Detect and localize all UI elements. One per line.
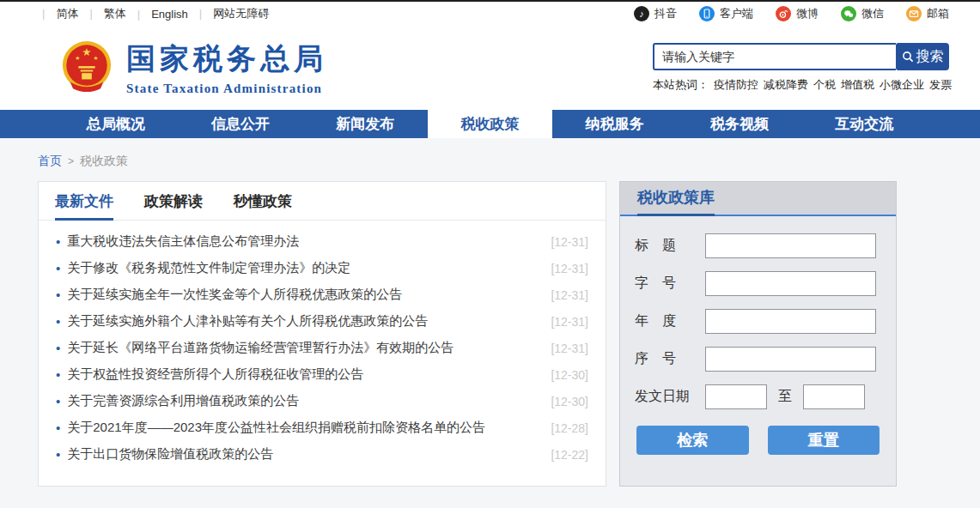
- form-row: 年 度: [635, 309, 881, 334]
- nav-item[interactable]: 纳税服务: [552, 110, 677, 138]
- search-input[interactable]: [653, 43, 896, 70]
- social-links: ♪ 抖音 客户端 微博 微信 邮箱: [634, 6, 949, 21]
- breadcrumb-separator: >: [68, 155, 74, 167]
- article-title-link[interactable]: 关于出口货物保险增值税政策的公告: [67, 446, 540, 463]
- form-field-input[interactable]: [705, 233, 876, 258]
- site-header: ★ ★ ★ 国家税务总局 State Taxation Administrati…: [0, 26, 980, 110]
- language-link[interactable]: 繁体: [78, 6, 125, 21]
- language-link[interactable]: English: [126, 8, 188, 21]
- wechat-icon: [841, 6, 856, 21]
- nav-item[interactable]: 互动交流: [802, 110, 927, 138]
- nav-item[interactable]: 信息公开: [178, 110, 302, 138]
- article-date: [12-31]: [551, 288, 588, 302]
- document-tab[interactable]: 最新文件: [55, 182, 113, 220]
- social-link-label: 微信: [861, 6, 884, 21]
- site-title-zh: 国家税务总局: [126, 39, 327, 79]
- document-tab[interactable]: 秒懂政策: [234, 182, 292, 220]
- breadcrumb-home-link[interactable]: 首页: [38, 154, 62, 169]
- article-title-link[interactable]: 关于修改《税务规范性文件制定管理办法》的决定: [67, 260, 540, 276]
- douyin-icon: ♪: [634, 6, 649, 21]
- latest-documents-box: 最新文件 政策解读 秒懂政策 • 重大税收违法失信主体信息公布管理办法 [12-…: [38, 181, 606, 487]
- mail-icon: [906, 6, 922, 21]
- bullet-icon: •: [56, 448, 60, 461]
- hotwords-label: 本站热词：: [653, 77, 709, 93]
- hotword-link[interactable]: 减税降费: [764, 77, 808, 93]
- top-utility-bar: 简体繁体English网站无障碍 ♪ 抖音 客户端 微博 微信: [0, 0, 980, 26]
- article-row: • 关于完善资源综合利用增值税政策的公告 [12-30]: [56, 388, 588, 414]
- bullet-icon: •: [56, 342, 60, 354]
- weibo-icon: [776, 6, 791, 21]
- article-date: [12-31]: [551, 262, 588, 275]
- article-title-link[interactable]: 关于2021年度——2023年度公益性社会组织捐赠税前扣除资格名单的公告: [67, 420, 540, 436]
- language-link[interactable]: 网站无障碍: [188, 6, 269, 21]
- date-from-input[interactable]: [705, 384, 767, 409]
- article-row: • 关于权益性投资经营所得个人所得税征收管理的公告 [12-30]: [56, 361, 588, 388]
- date-field-label: 发文日期: [635, 388, 705, 406]
- social-link[interactable]: 微信: [841, 6, 884, 21]
- article-date: [12-28]: [551, 421, 588, 435]
- social-link[interactable]: 客户端: [699, 6, 753, 21]
- policy-library-title: 税收政策库: [637, 187, 715, 216]
- article-list: • 重大税收违法失信主体信息公布管理办法 [12-31] • 关于修改《税务规范…: [39, 221, 606, 475]
- policy-library-panel: 税收政策库 标 题 字 号: [619, 181, 897, 487]
- bullet-icon: •: [56, 315, 60, 328]
- bullet-icon: •: [56, 395, 60, 408]
- article-title-link[interactable]: 关于延续实施外籍个人津补贴等有关个人所得税优惠政策的公告: [67, 313, 540, 330]
- policy-reset-button[interactable]: 重置: [768, 426, 880, 455]
- form-field-input[interactable]: [705, 309, 876, 334]
- date-range-row: 发文日期 至: [635, 384, 881, 409]
- social-link[interactable]: 邮箱: [906, 6, 949, 21]
- language-links: 简体繁体English网站无障碍: [31, 6, 269, 21]
- site-logo[interactable]: ★ ★ ★ 国家税务总局 State Taxation Administrati…: [60, 39, 327, 96]
- social-link[interactable]: 微博: [776, 6, 819, 21]
- nav-item[interactable]: 税收政策: [428, 110, 552, 138]
- date-to-input[interactable]: [803, 384, 865, 409]
- article-title-link[interactable]: 关于延续实施全年一次性奖金等个人所得税优惠政策的公告: [67, 287, 540, 303]
- article-row: • 关于2021年度——2023年度公益性社会组织捐赠税前扣除资格名单的公告 […: [56, 414, 588, 441]
- article-title-link[interactable]: 重大税收违法失信主体信息公布管理办法: [67, 233, 540, 250]
- content-area: 首页 > 税收政策 最新文件 政策解读 秒懂政策 • 重大税收违法失信主: [0, 138, 980, 508]
- article-date: [12-31]: [551, 235, 588, 249]
- document-tab[interactable]: 政策解读: [144, 182, 203, 220]
- hotword-links: 疫情防控减税降费个税增值税小微企业发票: [714, 77, 952, 93]
- hotword-link[interactable]: 个税: [813, 77, 836, 93]
- social-link[interactable]: ♪ 抖音: [634, 6, 677, 21]
- form-row: 标 题: [635, 233, 881, 258]
- hotword-link[interactable]: 发票: [929, 77, 952, 93]
- article-row: • 重大税收违法失信主体信息公布管理办法 [12-31]: [56, 228, 588, 255]
- form-field-input[interactable]: [705, 347, 876, 372]
- header-search-area: 搜索 本站热词： 疫情防控减税降费个税增值税小微企业发票: [653, 43, 949, 93]
- bullet-icon: •: [56, 288, 60, 301]
- breadcrumb-current: 税收政策: [80, 154, 128, 169]
- search-button[interactable]: 搜索: [896, 43, 949, 70]
- bullet-icon: •: [56, 235, 60, 248]
- bullet-icon: •: [56, 368, 60, 381]
- article-row: • 关于延长《网络平台道路货物运输经营管理暂行办法》有效期的公告 [12-31]: [56, 335, 588, 361]
- hotword-link[interactable]: 增值税: [841, 77, 874, 93]
- hotword-link[interactable]: 小微企业: [880, 77, 924, 93]
- social-link-label: 微博: [796, 6, 819, 21]
- svg-text:★: ★: [94, 55, 99, 61]
- nav-item[interactable]: 总局概况: [53, 110, 178, 138]
- article-title-link[interactable]: 关于完善资源综合利用增值税政策的公告: [67, 393, 540, 409]
- form-field-label: 年 度: [635, 312, 705, 330]
- article-title-link[interactable]: 关于权益性投资经营所得个人所得税征收管理的公告: [67, 366, 540, 383]
- policy-library-form: 标 题 字 号 年 度: [620, 216, 896, 455]
- nav-item[interactable]: 税务视频: [677, 110, 801, 138]
- article-date: [12-31]: [551, 342, 588, 355]
- search-button-label: 搜索: [916, 48, 944, 66]
- article-date: [12-30]: [551, 395, 588, 408]
- main-nav: 总局概况 信息公开 新闻发布 税收政策 纳税服务 税务视频 互动交流: [0, 110, 980, 138]
- form-field-label: 序 号: [635, 350, 705, 368]
- policy-search-button[interactable]: 检索: [636, 426, 749, 455]
- social-link-label: 客户端: [720, 6, 753, 21]
- article-title-link[interactable]: 关于延长《网络平台道路货物运输经营管理暂行办法》有效期的公告: [67, 340, 540, 356]
- language-link[interactable]: 简体: [31, 6, 78, 21]
- form-field-label: 标 题: [635, 237, 705, 255]
- search-icon: [902, 51, 914, 63]
- form-field-input[interactable]: [705, 271, 876, 296]
- hotword-link[interactable]: 疫情防控: [714, 77, 758, 93]
- nav-item[interactable]: 新闻发布: [303, 110, 428, 138]
- document-tabs: 最新文件 政策解读 秒懂政策: [39, 182, 606, 221]
- form-row: 字 号: [635, 271, 881, 296]
